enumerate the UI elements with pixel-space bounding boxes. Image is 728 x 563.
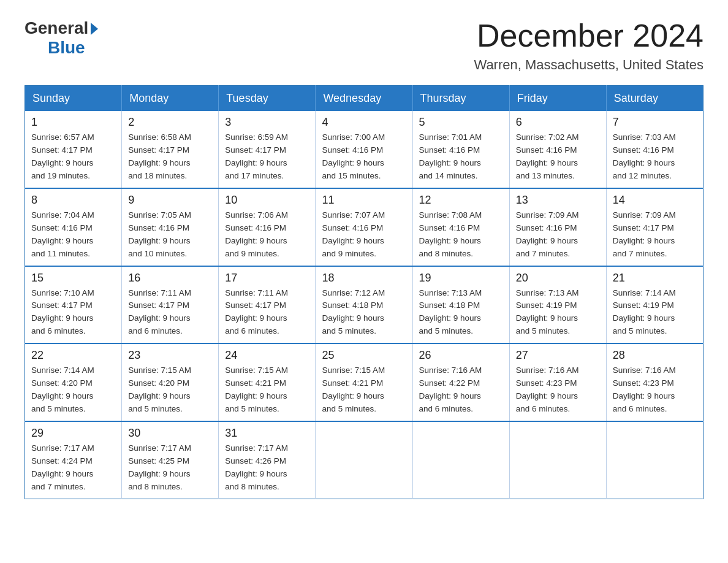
logo: General Blue bbox=[25, 18, 98, 58]
page-header: General Blue December 2024 Warren, Massa… bbox=[25, 18, 703, 73]
calendar-cell: 9Sunrise: 7:05 AMSunset: 4:16 PMDaylight… bbox=[122, 188, 219, 266]
calendar-cell: 12Sunrise: 7:08 AMSunset: 4:16 PMDayligh… bbox=[412, 188, 509, 266]
day-number: 12 bbox=[419, 194, 503, 207]
header-day-sunday: Sunday bbox=[25, 86, 122, 112]
week-row-2: 8Sunrise: 7:04 AMSunset: 4:16 PMDaylight… bbox=[25, 188, 703, 266]
day-info: Sunrise: 7:08 AMSunset: 4:16 PMDaylight:… bbox=[419, 209, 503, 261]
day-info: Sunrise: 7:06 AMSunset: 4:16 PMDaylight:… bbox=[225, 209, 309, 261]
month-title: December 2024 bbox=[474, 18, 703, 53]
day-info: Sunrise: 7:14 AMSunset: 4:20 PMDaylight:… bbox=[31, 364, 115, 416]
calendar-cell: 17Sunrise: 7:11 AMSunset: 4:17 PMDayligh… bbox=[219, 266, 316, 344]
day-info: Sunrise: 7:14 AMSunset: 4:19 PMDaylight:… bbox=[613, 287, 697, 339]
day-info: Sunrise: 7:02 AMSunset: 4:16 PMDaylight:… bbox=[516, 131, 600, 183]
day-number: 13 bbox=[516, 194, 600, 207]
day-number: 9 bbox=[128, 194, 212, 207]
day-info: Sunrise: 6:59 AMSunset: 4:17 PMDaylight:… bbox=[225, 131, 309, 183]
day-info: Sunrise: 7:15 AMSunset: 4:20 PMDaylight:… bbox=[128, 364, 212, 416]
day-number: 29 bbox=[31, 427, 115, 440]
logo-general: General bbox=[25, 18, 98, 38]
calendar-cell bbox=[316, 421, 412, 499]
day-number: 14 bbox=[613, 194, 697, 207]
calendar-cell: 19Sunrise: 7:13 AMSunset: 4:18 PMDayligh… bbox=[412, 266, 509, 344]
calendar-cell: 28Sunrise: 7:16 AMSunset: 4:23 PMDayligh… bbox=[606, 343, 703, 421]
day-number: 19 bbox=[419, 272, 503, 285]
day-info: Sunrise: 7:17 AMSunset: 4:25 PMDaylight:… bbox=[128, 442, 212, 494]
calendar-cell bbox=[509, 421, 606, 499]
day-info: Sunrise: 7:01 AMSunset: 4:16 PMDaylight:… bbox=[419, 131, 503, 183]
calendar-cell: 26Sunrise: 7:16 AMSunset: 4:22 PMDayligh… bbox=[412, 343, 509, 421]
header-day-saturday: Saturday bbox=[606, 86, 703, 112]
calendar-cell: 11Sunrise: 7:07 AMSunset: 4:16 PMDayligh… bbox=[316, 188, 412, 266]
title-area: December 2024 Warren, Massachusetts, Uni… bbox=[474, 18, 703, 73]
day-info: Sunrise: 6:57 AMSunset: 4:17 PMDaylight:… bbox=[31, 131, 115, 183]
calendar-cell: 3Sunrise: 6:59 AMSunset: 4:17 PMDaylight… bbox=[219, 111, 316, 188]
calendar-cell: 16Sunrise: 7:11 AMSunset: 4:17 PMDayligh… bbox=[122, 266, 219, 344]
calendar-table: SundayMondayTuesdayWednesdayThursdayFrid… bbox=[25, 85, 703, 499]
day-info: Sunrise: 7:11 AMSunset: 4:17 PMDaylight:… bbox=[128, 287, 212, 339]
day-info: Sunrise: 7:17 AMSunset: 4:24 PMDaylight:… bbox=[31, 442, 115, 494]
calendar-cell bbox=[412, 421, 509, 499]
calendar-cell: 25Sunrise: 7:15 AMSunset: 4:21 PMDayligh… bbox=[316, 343, 412, 421]
calendar-cell: 18Sunrise: 7:12 AMSunset: 4:18 PMDayligh… bbox=[316, 266, 412, 344]
calendar-cell: 5Sunrise: 7:01 AMSunset: 4:16 PMDaylight… bbox=[412, 111, 509, 188]
day-number: 3 bbox=[225, 116, 309, 129]
week-row-4: 22Sunrise: 7:14 AMSunset: 4:20 PMDayligh… bbox=[25, 343, 703, 421]
calendar-cell: 1Sunrise: 6:57 AMSunset: 4:17 PMDaylight… bbox=[25, 111, 122, 188]
day-number: 20 bbox=[516, 272, 600, 285]
logo-general-text: General bbox=[25, 18, 88, 38]
day-number: 5 bbox=[419, 116, 503, 129]
day-number: 11 bbox=[322, 194, 406, 207]
day-info: Sunrise: 7:03 AMSunset: 4:16 PMDaylight:… bbox=[613, 131, 697, 183]
day-number: 18 bbox=[322, 272, 406, 285]
logo-arrow-icon bbox=[91, 23, 98, 35]
calendar-cell: 20Sunrise: 7:13 AMSunset: 4:19 PMDayligh… bbox=[509, 266, 606, 344]
calendar-cell: 21Sunrise: 7:14 AMSunset: 4:19 PMDayligh… bbox=[606, 266, 703, 344]
day-info: Sunrise: 7:10 AMSunset: 4:17 PMDaylight:… bbox=[31, 287, 115, 339]
day-number: 21 bbox=[613, 272, 697, 285]
calendar-cell: 8Sunrise: 7:04 AMSunset: 4:16 PMDaylight… bbox=[25, 188, 122, 266]
calendar-cell: 22Sunrise: 7:14 AMSunset: 4:20 PMDayligh… bbox=[25, 343, 122, 421]
calendar-cell: 10Sunrise: 7:06 AMSunset: 4:16 PMDayligh… bbox=[219, 188, 316, 266]
day-info: Sunrise: 7:13 AMSunset: 4:18 PMDaylight:… bbox=[419, 287, 503, 339]
calendar-cell: 7Sunrise: 7:03 AMSunset: 4:16 PMDaylight… bbox=[606, 111, 703, 188]
header-day-monday: Monday bbox=[122, 86, 219, 112]
day-number: 26 bbox=[419, 349, 503, 362]
day-info: Sunrise: 7:00 AMSunset: 4:16 PMDaylight:… bbox=[322, 131, 406, 183]
day-number: 31 bbox=[225, 427, 309, 440]
day-info: Sunrise: 7:16 AMSunset: 4:23 PMDaylight:… bbox=[516, 364, 600, 416]
day-info: Sunrise: 7:16 AMSunset: 4:22 PMDaylight:… bbox=[419, 364, 503, 416]
day-number: 23 bbox=[128, 349, 212, 362]
calendar-cell: 14Sunrise: 7:09 AMSunset: 4:17 PMDayligh… bbox=[606, 188, 703, 266]
calendar-cell: 29Sunrise: 7:17 AMSunset: 4:24 PMDayligh… bbox=[25, 421, 122, 499]
day-number: 25 bbox=[322, 349, 406, 362]
calendar-cell bbox=[606, 421, 703, 499]
day-number: 8 bbox=[31, 194, 115, 207]
calendar-cell: 13Sunrise: 7:09 AMSunset: 4:16 PMDayligh… bbox=[509, 188, 606, 266]
day-number: 7 bbox=[613, 116, 697, 129]
day-info: Sunrise: 7:09 AMSunset: 4:16 PMDaylight:… bbox=[516, 209, 600, 261]
day-info: Sunrise: 7:11 AMSunset: 4:17 PMDaylight:… bbox=[225, 287, 309, 339]
location-title: Warren, Massachusetts, United States bbox=[474, 57, 703, 73]
day-number: 6 bbox=[516, 116, 600, 129]
calendar-cell: 24Sunrise: 7:15 AMSunset: 4:21 PMDayligh… bbox=[219, 343, 316, 421]
day-info: Sunrise: 7:15 AMSunset: 4:21 PMDaylight:… bbox=[225, 364, 309, 416]
day-number: 17 bbox=[225, 272, 309, 285]
calendar-cell: 23Sunrise: 7:15 AMSunset: 4:20 PMDayligh… bbox=[122, 343, 219, 421]
day-number: 16 bbox=[128, 272, 212, 285]
header-day-tuesday: Tuesday bbox=[219, 86, 316, 112]
week-row-5: 29Sunrise: 7:17 AMSunset: 4:24 PMDayligh… bbox=[25, 421, 703, 499]
day-number: 22 bbox=[31, 349, 115, 362]
calendar-cell: 4Sunrise: 7:00 AMSunset: 4:16 PMDaylight… bbox=[316, 111, 412, 188]
day-number: 28 bbox=[613, 349, 697, 362]
day-number: 10 bbox=[225, 194, 309, 207]
header-day-wednesday: Wednesday bbox=[316, 86, 412, 112]
day-info: Sunrise: 7:13 AMSunset: 4:19 PMDaylight:… bbox=[516, 287, 600, 339]
calendar-cell: 30Sunrise: 7:17 AMSunset: 4:25 PMDayligh… bbox=[122, 421, 219, 499]
day-info: Sunrise: 7:05 AMSunset: 4:16 PMDaylight:… bbox=[128, 209, 212, 261]
day-info: Sunrise: 7:12 AMSunset: 4:18 PMDaylight:… bbox=[322, 287, 406, 339]
calendar-cell: 27Sunrise: 7:16 AMSunset: 4:23 PMDayligh… bbox=[509, 343, 606, 421]
day-info: Sunrise: 7:15 AMSunset: 4:21 PMDaylight:… bbox=[322, 364, 406, 416]
day-number: 15 bbox=[31, 272, 115, 285]
calendar-cell: 31Sunrise: 7:17 AMSunset: 4:26 PMDayligh… bbox=[219, 421, 316, 499]
day-info: Sunrise: 6:58 AMSunset: 4:17 PMDaylight:… bbox=[128, 131, 212, 183]
